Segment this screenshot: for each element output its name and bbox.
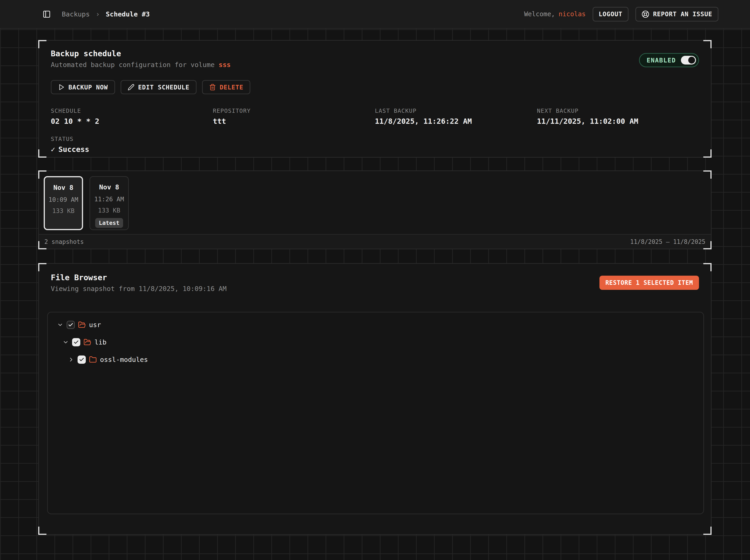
tree-label[interactable]: ossl-modules: [100, 356, 148, 363]
toggle-switch[interactable]: [681, 56, 696, 64]
field-value: 02 10 * * 2: [51, 117, 213, 125]
field-label: STATUS: [51, 136, 213, 142]
field-label: NEXT BACKUP: [537, 107, 699, 114]
play-icon: [58, 84, 65, 91]
file-browser-subtitle: Viewing snapshot from 11/8/2025, 10:09:1…: [51, 285, 226, 293]
field-label: SCHEDULE: [51, 107, 213, 114]
latest-badge: Latest: [95, 218, 123, 228]
schedule-actions: BACKUP NOW EDIT SCHEDULE DELETE: [51, 80, 699, 94]
backup-now-button[interactable]: BACKUP NOW: [51, 80, 115, 94]
tree-row-ossl-modules: ossl-modules: [48, 351, 703, 368]
delete-label: DELETE: [220, 84, 243, 91]
corner-bracket: [38, 40, 46, 48]
file-tree-panel: usr lib: [47, 312, 704, 514]
volume-name: sss: [219, 61, 231, 68]
welcome-text: Welcome, nicolas: [524, 10, 586, 18]
checkbox-check-icon: [68, 322, 74, 327]
tree-row-lib: lib: [48, 334, 703, 351]
breadcrumb: Backups › Schedule #3: [62, 10, 150, 18]
snapshot-count: 2 snapshots: [44, 238, 84, 245]
report-issue-button[interactable]: REPORT AN ISSUE: [635, 7, 718, 21]
restore-button[interactable]: RESTORE 1 SELECTED ITEM: [599, 276, 699, 290]
backup-schedule-card: Backup schedule Automated backup configu…: [38, 40, 712, 158]
username: nicolas: [559, 10, 586, 18]
tree-checkbox-checked[interactable]: [72, 338, 80, 346]
chevron-down-icon[interactable]: [62, 339, 69, 345]
check-icon: ✓: [51, 145, 55, 154]
tree-checkbox-partial[interactable]: [66, 321, 75, 329]
panel-left-icon: [43, 10, 51, 18]
folder-open-icon: [78, 321, 86, 329]
schedule-card-titles: Backup schedule Automated backup configu…: [51, 49, 231, 68]
snapshot-card[interactable]: Nov 8 11:26 AM 133 KB Latest: [90, 176, 129, 230]
chevron-down-icon[interactable]: [57, 322, 63, 328]
snapshots-footer: 2 snapshots 11/8/2025 – 11/8/2025: [39, 234, 711, 249]
tree-label[interactable]: usr: [89, 321, 101, 329]
corner-bracket: [703, 40, 712, 48]
lifebuoy-icon: [642, 10, 649, 18]
snapshot-time: 10:09 AM: [48, 196, 78, 203]
snapshot-size: 133 KB: [52, 207, 75, 214]
snapshot-date: Nov 8: [99, 183, 119, 191]
field-status: STATUS ✓ Success: [51, 136, 213, 154]
corner-bracket: [38, 263, 46, 271]
tree-label[interactable]: lib: [95, 338, 106, 346]
corner-bracket: [703, 526, 712, 535]
snapshot-date: Nov 8: [53, 184, 73, 192]
backup-now-label: BACKUP NOW: [68, 84, 108, 91]
breadcrumb-separator-icon: ›: [96, 10, 100, 18]
status-text: Success: [58, 145, 89, 154]
welcome-prefix: Welcome,: [524, 10, 555, 18]
report-issue-label: REPORT AN ISSUE: [653, 11, 712, 18]
toggle-knob: [688, 57, 695, 64]
page: Backups › Schedule #3 Welcome, nicolas L…: [0, 0, 750, 560]
status-value: ✓ Success: [51, 145, 213, 154]
delete-button[interactable]: DELETE: [202, 80, 251, 94]
file-browser-titles: File Browser Viewing snapshot from 11/8/…: [51, 273, 226, 293]
enabled-toggle[interactable]: ENABLED: [639, 53, 699, 67]
snapshot-card-selected[interactable]: Nov 8 10:09 AM 133 KB: [44, 176, 83, 230]
folder-icon: [89, 356, 97, 363]
checkbox-check-icon: [74, 339, 79, 345]
breadcrumb-current: Schedule #3: [106, 10, 150, 18]
schedule-fields: SCHEDULE 02 10 * * 2 REPOSITORY ttt LAST…: [51, 107, 699, 154]
snapshot-size: 133 KB: [98, 207, 120, 214]
folder-open-icon: [83, 338, 91, 346]
field-value: ttt: [213, 117, 375, 125]
schedule-card-title: Backup schedule: [51, 49, 231, 58]
trash-icon: [209, 84, 216, 91]
snapshot-list: Nov 8 10:09 AM 133 KB Nov 8 11:26 AM 133…: [39, 171, 711, 235]
snapshots-card: Nov 8 10:09 AM 133 KB Nov 8 11:26 AM 133…: [38, 171, 712, 249]
checkbox-check-icon: [79, 357, 84, 362]
file-browser-title: File Browser: [51, 273, 226, 282]
field-schedule: SCHEDULE 02 10 * * 2: [51, 107, 213, 125]
corner-bracket: [38, 149, 46, 158]
pencil-icon: [128, 84, 135, 91]
breadcrumb-backups-link[interactable]: Backups: [62, 10, 90, 18]
schedule-card-subtitle: Automated backup configuration for volum…: [51, 61, 231, 68]
logout-button[interactable]: LOGOUT: [593, 7, 629, 21]
field-label: REPOSITORY: [213, 107, 375, 114]
tree-row-usr: usr: [48, 316, 703, 334]
field-value: 11/11/2025, 11:02:00 AM: [537, 117, 699, 125]
field-repository: REPOSITORY ttt: [213, 107, 375, 125]
file-browser-card: File Browser Viewing snapshot from 11/8/…: [38, 263, 712, 535]
field-value: 11/8/2025, 11:26:22 AM: [375, 117, 537, 125]
snapshot-time: 11:26 AM: [94, 196, 124, 203]
corner-bracket: [703, 263, 712, 271]
field-last-backup: LAST BACKUP 11/8/2025, 11:26:22 AM: [375, 107, 537, 125]
topbar: Backups › Schedule #3 Welcome, nicolas L…: [0, 0, 750, 29]
edit-schedule-label: EDIT SCHEDULE: [138, 84, 190, 91]
enabled-label: ENABLED: [647, 57, 676, 64]
corner-bracket: [703, 149, 712, 158]
corner-bracket: [38, 526, 46, 535]
edit-schedule-button[interactable]: EDIT SCHEDULE: [121, 80, 197, 94]
field-label: LAST BACKUP: [375, 107, 537, 114]
subtitle-prefix: Automated backup configuration for volum…: [51, 61, 215, 68]
snapshot-date-range: 11/8/2025 – 11/8/2025: [630, 238, 705, 245]
chevron-right-icon[interactable]: [68, 356, 74, 363]
topbar-right: Welcome, nicolas LOGOUT REPORT AN ISSUE: [524, 7, 718, 21]
tree-checkbox-checked[interactable]: [78, 356, 86, 364]
sidebar-toggle-button[interactable]: [43, 10, 51, 18]
field-next-backup: NEXT BACKUP 11/11/2025, 11:02:00 AM: [537, 107, 699, 125]
